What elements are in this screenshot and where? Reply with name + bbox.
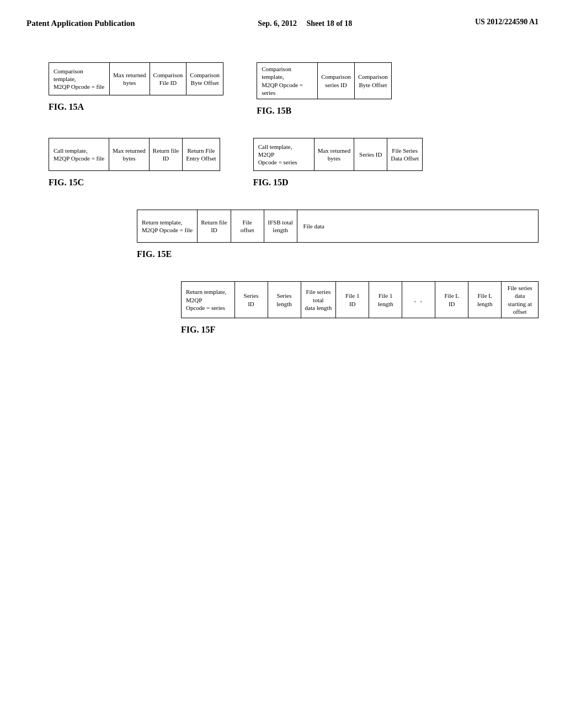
fig15e-table: Return template, M2QP Opcode = file Retu… [137,210,539,243]
fig15f-wrapper: Return template, M2QP Opcode = series Se… [181,281,539,335]
fig15f-container: Return template, M2QP Opcode = series Se… [181,281,539,335]
fig15e-cell-1: Return fileID [198,210,231,242]
fig15b-cell-2: ComparisonByte Offset [355,63,391,99]
fig15d-cell-3: File SeriesData Offset [387,138,422,170]
fig15d-cell-2: Series ID [354,138,387,170]
fig15a-cell-2: ComparisonFile ID [150,63,187,95]
fig15f-template-label: Return template, M2QP Opcode = series [182,282,235,318]
fig15f-table: Return template, M2QP Opcode = series Se… [181,281,539,318]
fig15a-table: Comparison template, M2QP Opcode = file … [49,62,223,95]
fig15d-container: Call template, M2QP Opcode = series Max … [253,138,423,188]
fig15a-cell-1: Max returnedbytes [110,63,150,95]
fig15f-cell-2: Serieslength [268,282,301,318]
fig15e-label: FIG. 15E [137,249,539,259]
publication-date-sheet: Sep. 6, 2012 Sheet 18 of 18 [258,18,352,29]
main-content: Comparison template, M2QP Opcode = file … [0,40,565,357]
fig15a-container: Comparison template, M2QP Opcode = file … [49,62,223,116]
fig15f-cell-6: File LID [435,282,468,318]
fig15d-template-label: Call template, M2QP Opcode = series [254,138,315,170]
patent-number: US 2012/224590 A1 [475,18,539,26]
fig15b-label: FIG. 15B [257,106,392,116]
fig15a-label: FIG. 15A [49,102,223,112]
publication-title: Patent Application Publication [26,18,135,29]
fig15a-cell-3: ComparisonByte Offset [186,63,223,95]
fig15c-container: Call template, M2QP Opcode = file Max re… [49,138,220,188]
fig15e-template-label: Return template, M2QP Opcode = file [137,210,198,242]
mid-figures-row: Call template, M2QP Opcode = file Max re… [49,138,539,188]
fig15d-table: Call template, M2QP Opcode = series Max … [253,138,423,171]
fig15e-cell-4: File data [297,210,331,242]
fig15f-cell-7: File Llength [468,282,502,318]
fig15c-cell-3: Return FileEntry Offset [183,138,219,170]
fig15f-cell-1: SeriesID [235,282,268,318]
page-header: Patent Application Publication Sep. 6, 2… [0,0,565,40]
fig15a-template-label: Comparison template, M2QP Opcode = file [49,63,110,95]
fig15e-cell-2: Fileoffset [231,210,264,242]
fig15c-cell-1: Max returnedbytes [109,138,150,170]
fig15f-cell-8: File series datastarting at offset [502,282,538,318]
fig15e-wrapper: Return template, M2QP Opcode = file Retu… [137,210,539,259]
fig15c-cell-2: Return fileID [150,138,183,170]
fig15d-label: FIG. 15D [253,178,423,188]
fig15b-template-label: Comparison template, M2QP Opcode = serie… [257,63,318,99]
top-figures-row: Comparison template, M2QP Opcode = file … [49,62,539,116]
publication-date: Sep. 6, 2012 [258,19,297,28]
fig15e-container: Return template, M2QP Opcode = file Retu… [137,210,539,259]
fig15b-container: Comparison template, M2QP Opcode = serie… [257,62,392,116]
fig15b-table: Comparison template, M2QP Opcode = serie… [257,62,392,99]
fig15c-template-label: Call template, M2QP Opcode = file [49,138,109,170]
fig15f-cell-4: File 1ID [336,282,369,318]
fig15b-cell-1: Comparisonseries ID [318,63,355,99]
fig15f-dots: . . [402,282,435,318]
sheet-info: Sheet 18 of 18 [307,19,353,28]
fig15e-cell-3: IFSB totallength [264,210,297,242]
fig15c-table: Call template, M2QP Opcode = file Max re… [49,138,220,171]
fig15f-cell-3: File series totaldata length [301,282,337,318]
fig15f-cell-5: File 1length [369,282,402,318]
fig15c-label: FIG. 15C [49,178,220,188]
fig15f-label: FIG. 15F [181,325,539,335]
fig15d-cell-1: Max returnedbytes [315,138,355,170]
